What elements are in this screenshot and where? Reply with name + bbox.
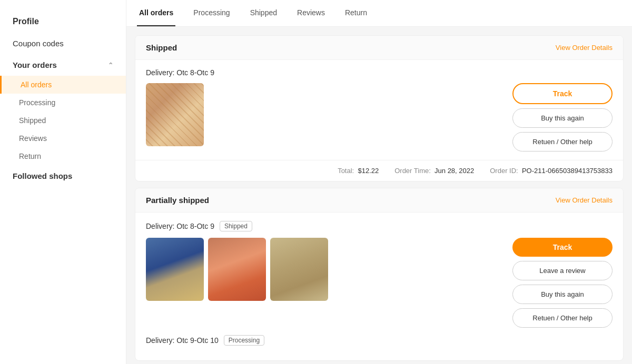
status-badge-shipped: Shipped: [220, 221, 252, 231]
order-card-partial: Partially shipped View Order Details Del…: [135, 188, 624, 361]
tab-processing[interactable]: Processing: [191, 0, 232, 26]
delivery-row-1: Delivery: Otc 8-Otc 9: [146, 68, 613, 77]
sidebar-sub-item-shipped[interactable]: Shipped: [0, 112, 126, 129]
sidebar-item-your-orders[interactable]: Your orders ⌃: [0, 54, 126, 76]
sidebar-item-profile[interactable]: Profile: [0, 11, 126, 33]
product-image-tank: [270, 238, 328, 301]
order-body-2: Delivery: Otc 8-Otc 9 Shipped Track Leav…: [135, 213, 623, 360]
tabs-bar: All orders Processing Shipped Reviews Re…: [126, 0, 632, 27]
main-content: All orders Processing Shipped Reviews Re…: [126, 0, 632, 364]
buy-again-button-2[interactable]: Buy this again: [512, 285, 613, 304]
delivery-text-2: Delivery: Otc 8-Otc 9: [146, 222, 214, 230]
order-header-1: Shipped View Order Details: [135, 36, 623, 60]
order-content-row-1: Track Buy this again Retuen / Other help: [146, 83, 613, 151]
orders-container: Shipped View Order Details Delivery: Otc…: [126, 27, 632, 364]
track-button-1[interactable]: Track: [512, 83, 613, 104]
chevron-up-icon: ⌃: [108, 62, 113, 69]
product-image-dress: [208, 238, 266, 301]
product-images-2: [146, 238, 328, 301]
order-actions-2: Track Leave a review Buy this again Retu…: [512, 238, 613, 328]
view-order-details-1[interactable]: View Order Details: [556, 44, 613, 52]
order-actions-1: Track Buy this again Retuen / Other help: [512, 83, 613, 151]
track-button-2[interactable]: Track: [512, 238, 613, 257]
order-id-1: Order ID: PO-211-06650389413753833: [490, 167, 613, 175]
sidebar-sub-item-reviews[interactable]: Reviews: [0, 129, 126, 147]
order-header-2: Partially shipped View Order Details: [135, 188, 623, 213]
other-help-button-1[interactable]: Retuen / Other help: [512, 132, 613, 151]
sidebar-item-coupons[interactable]: Coupon codes: [0, 33, 126, 54]
total-label-1: Total: $12.22: [338, 167, 379, 175]
tab-all-orders[interactable]: All orders: [137, 0, 175, 26]
order-card-shipped: Shipped View Order Details Delivery: Otc…: [135, 35, 624, 181]
product-images-1: [146, 83, 204, 146]
order-content-row-2: Track Leave a review Buy this again Retu…: [146, 238, 613, 328]
status-badge-processing: Processing: [224, 335, 264, 346]
order-body-1: Delivery: Otc 8-Otc 9 Track Buy this aga…: [135, 60, 623, 160]
order-status-shipped: Shipped: [146, 43, 177, 52]
product-image-jacket: [146, 238, 204, 301]
delivery-row-2: Delivery: Otc 8-Otc 9 Shipped: [146, 221, 613, 231]
delivery-row-3: Delivery: Otc 9-Otc 10 Processing: [146, 335, 613, 346]
tab-shipped[interactable]: Shipped: [248, 0, 279, 26]
leave-review-button[interactable]: Leave a review: [512, 261, 613, 280]
order-footer-1: Total: $12.22 Order Time: Jun 28, 2022 O…: [135, 160, 623, 181]
tab-return[interactable]: Return: [343, 0, 369, 26]
tab-reviews[interactable]: Reviews: [295, 0, 327, 26]
buy-again-button-1[interactable]: Buy this again: [512, 108, 613, 128]
order-time-1: Order Time: Jun 28, 2022: [394, 167, 474, 175]
delivery-text-1: Delivery: Otc 8-Otc 9: [146, 68, 214, 77]
sidebar-sub-item-processing[interactable]: Processing: [0, 94, 126, 112]
sidebar: Profile Coupon codes Your orders ⌃ All o…: [0, 0, 126, 364]
view-order-details-2[interactable]: View Order Details: [556, 196, 613, 204]
sidebar-item-followed-shops[interactable]: Followed shops: [0, 165, 126, 187]
order-status-partial: Partially shipped: [146, 196, 209, 205]
sidebar-sub-item-return[interactable]: Return: [0, 147, 126, 165]
sidebar-sub-item-all-orders[interactable]: All orders: [0, 76, 126, 94]
delivery-text-3: Delivery: Otc 9-Otc 10: [146, 336, 219, 345]
other-help-button-2[interactable]: Retuen / Other help: [512, 308, 613, 328]
page-wrapper: Profile Coupon codes Your orders ⌃ All o…: [0, 0, 632, 364]
product-image-cardigan: [146, 83, 204, 146]
